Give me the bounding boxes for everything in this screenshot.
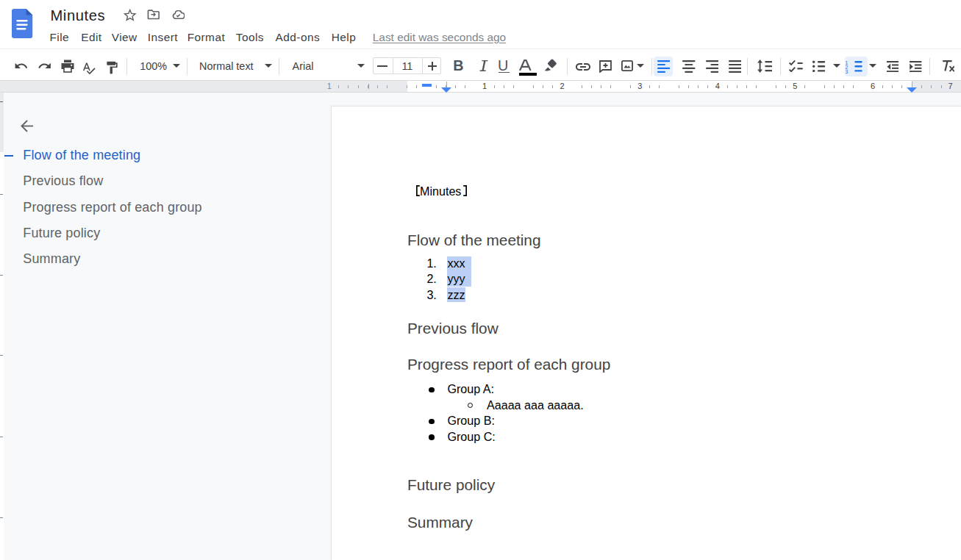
svg-text:3: 3 (845, 69, 848, 73)
